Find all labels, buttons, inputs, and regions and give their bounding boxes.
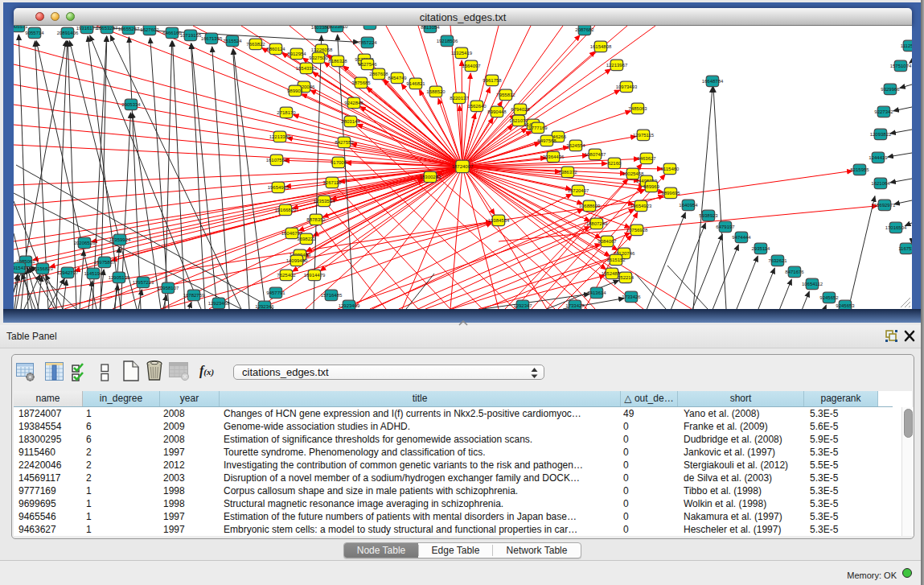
svg-text:11156829: 11156829: [32, 266, 53, 271]
svg-text:6497568: 6497568: [537, 138, 556, 143]
svg-text:7955812: 7955812: [496, 93, 515, 97]
svg-text:9329966: 9329966: [881, 87, 900, 92]
svg-text:1621064: 1621064: [871, 181, 890, 186]
svg-text:8427552: 8427552: [335, 140, 354, 145]
svg-text:1413614: 1413614: [587, 290, 606, 295]
svg-text:10654112: 10654112: [802, 282, 823, 286]
svg-text:10025458: 10025458: [622, 171, 644, 176]
svg-text:7625402: 7625402: [277, 273, 296, 278]
svg-text:3915414: 3915414: [14, 266, 29, 270]
svg-text:10958107: 10958107: [158, 286, 179, 290]
svg-text:989901: 989901: [287, 89, 304, 93]
svg-text:15692971: 15692971: [874, 203, 896, 208]
svg-text:17016504: 17016504: [885, 225, 907, 230]
svg-text:12923469: 12923469: [339, 303, 360, 308]
svg-text:19975867: 19975867: [94, 260, 116, 265]
svg-text:1112549: 1112549: [901, 43, 912, 48]
svg-text:12093822: 12093822: [870, 132, 892, 137]
svg-text:12905135: 12905135: [109, 275, 130, 280]
svg-text:7663822: 7663822: [246, 42, 265, 47]
svg-text:14099490: 14099490: [286, 258, 308, 263]
svg-text:989969: 989969: [643, 184, 660, 189]
svg-text:9463627: 9463627: [637, 156, 656, 161]
svg-text:9242848: 9242848: [344, 101, 363, 105]
svg-text:1292347: 1292347: [513, 303, 532, 308]
svg-text:917006: 917006: [331, 160, 347, 165]
svg-text:9245653: 9245653: [836, 303, 855, 308]
svg-text:1527602: 1527602: [140, 27, 159, 32]
svg-text:1640954: 1640954: [679, 203, 698, 208]
svg-text:19654923: 19654923: [630, 204, 652, 208]
svg-text:12213389: 12213389: [269, 134, 291, 139]
svg-text:10719155: 10719155: [180, 33, 202, 38]
svg-text:7386372: 7386372: [558, 170, 577, 175]
svg-text:8215955: 8215955: [850, 167, 869, 172]
svg-text:10807487: 10807487: [585, 152, 606, 157]
svg-text:13226058: 13226058: [311, 47, 333, 52]
svg-text:6794028: 6794028: [511, 107, 530, 112]
svg-text:1145194: 1145194: [84, 271, 104, 276]
svg-text:8813055: 8813055: [360, 26, 380, 27]
svg-text:8471676: 8471676: [785, 270, 804, 274]
svg-text:9245652: 9245652: [819, 295, 839, 300]
svg-text:252214: 252214: [618, 275, 634, 280]
svg-text:3267110: 3267110: [323, 180, 343, 185]
svg-text:3875685: 3875685: [351, 80, 371, 85]
svg-text:1615152: 1615152: [606, 257, 626, 262]
svg-text:12975115: 12975115: [633, 133, 655, 138]
svg-text:19218506: 19218506: [437, 39, 458, 43]
svg-text:17957223: 17957223: [133, 280, 154, 285]
svg-text:16648784: 16648784: [702, 79, 724, 84]
svg-text:9055714: 9055714: [25, 31, 44, 35]
svg-text:7857224: 7857224: [358, 40, 377, 45]
svg-text:16914479: 16914479: [304, 273, 326, 278]
svg-text:12213967: 12213967: [606, 63, 628, 68]
svg-text:1588520: 1588520: [426, 89, 446, 94]
svg-text:1562640: 1562640: [467, 104, 487, 109]
svg-text:9084067: 9084067: [598, 239, 617, 244]
svg-text:1733426: 1733426: [622, 295, 641, 299]
svg-text:16671355: 16671355: [201, 36, 223, 41]
svg-text:9327500: 9327500: [309, 56, 328, 60]
svg-text:18300243: 18300243: [420, 175, 441, 179]
svg-text:1244419: 1244419: [869, 155, 888, 160]
svg-text:10973493: 10973493: [616, 84, 638, 89]
svg-text:8860124: 8860124: [266, 47, 285, 51]
svg-text:20206526: 20206526: [74, 241, 96, 245]
svg-text:3698222: 3698222: [297, 237, 316, 241]
svg-text:8878352: 8878352: [306, 217, 326, 222]
svg-text:3624554: 3624554: [566, 143, 585, 148]
svg-text:16543362: 16543362: [296, 66, 318, 71]
svg-text:8186328: 8186328: [328, 59, 347, 64]
svg-text:10653287: 10653287: [97, 26, 118, 31]
svg-text:16107552: 16107552: [266, 158, 288, 163]
svg-text:116753: 116753: [898, 246, 912, 251]
svg-text:7632621: 7632621: [768, 258, 787, 263]
svg-text:10655267: 10655267: [118, 27, 140, 31]
svg-text:12923468: 12923468: [208, 301, 230, 306]
svg-text:19316171: 19316171: [76, 26, 98, 31]
svg-text:16782759: 16782759: [183, 293, 205, 298]
svg-text:8912954: 8912954: [287, 51, 306, 56]
svg-text:2867608: 2867608: [369, 72, 388, 76]
svg-text:19166829: 19166829: [275, 208, 297, 212]
svg-text:15751074: 15751074: [890, 64, 912, 68]
svg-text:17359924: 17359924: [109, 237, 131, 242]
svg-text:9527546: 9527546: [358, 62, 377, 67]
svg-text:12942737: 12942737: [57, 270, 79, 275]
svg-text:8220137: 8220137: [450, 96, 469, 101]
svg-text:10756928: 10756928: [626, 228, 648, 233]
svg-text:18724007: 18724007: [452, 164, 474, 169]
svg-text:8454749: 8454749: [388, 76, 407, 80]
svg-text:16154808: 16154808: [590, 44, 612, 49]
svg-text:15716485: 15716485: [321, 293, 343, 298]
svg-text:2935114: 2935114: [752, 246, 771, 251]
svg-text:8990448: 8990448: [487, 109, 507, 114]
svg-text:1292346: 1292346: [255, 304, 274, 309]
svg-text:7485063: 7485063: [628, 106, 647, 111]
svg-text:9115460: 9115460: [661, 167, 680, 171]
svg-text:20364436: 20364436: [543, 154, 565, 159]
svg-text:9474444: 9474444: [732, 235, 751, 240]
svg-text:1905571: 1905571: [14, 26, 28, 29]
svg-text:10688609: 10688609: [579, 204, 601, 208]
